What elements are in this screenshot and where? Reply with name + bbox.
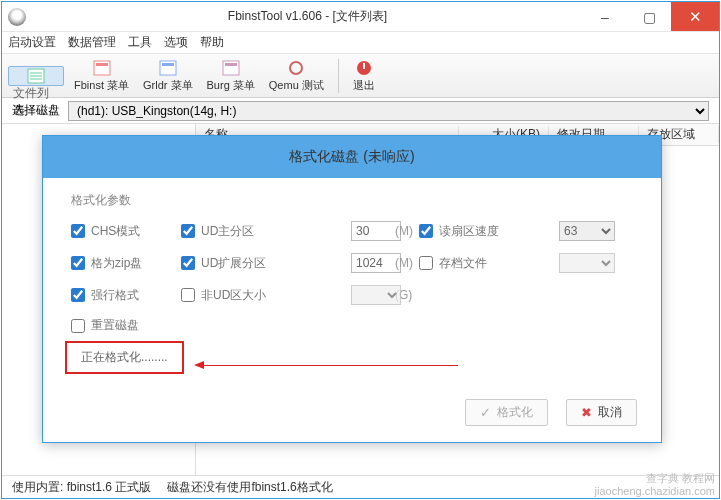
svg-rect-9	[225, 63, 237, 66]
cancel-icon: ✖	[581, 405, 592, 420]
force-checkbox[interactable]: 强行格式	[71, 287, 181, 304]
tool-fbinst-menu[interactable]: Fbinst 菜单	[70, 58, 133, 94]
tool-file-list[interactable]: 文件列表	[8, 66, 64, 86]
format-dialog: 格式化磁盘 (未响应) 格式化参数 CHS模式 UD主分区 (M) 读扇区速度 …	[42, 135, 662, 443]
ud-main-checkbox[interactable]: UD主分区	[181, 223, 351, 240]
read-speed-checkbox[interactable]: 读扇区速度	[419, 223, 559, 240]
read-speed-select[interactable]: 63	[559, 221, 615, 241]
annotation-arrow	[198, 365, 458, 366]
svg-point-10	[290, 62, 302, 74]
cancel-button[interactable]: ✖ 取消	[566, 399, 637, 426]
svg-rect-7	[162, 63, 174, 66]
tool-exit[interactable]: 退出	[349, 58, 379, 94]
nonud-select[interactable]	[351, 285, 401, 305]
svg-rect-5	[96, 63, 108, 66]
disk-select[interactable]: (hd1): USB_Kingston(14g, H:)	[68, 101, 709, 121]
dialog-title: 格式化磁盘 (未响应)	[43, 136, 661, 178]
menubar: 启动设置 数据管理 工具 选项 帮助	[2, 32, 719, 54]
window-title: FbinstTool v1.606 - [文件列表]	[32, 8, 583, 25]
archive-checkbox[interactable]: 存档文件	[419, 255, 559, 272]
check-icon: ✓	[480, 405, 491, 420]
menu-data-mgmt[interactable]: 数据管理	[68, 34, 116, 51]
watermark: 查字典 教程网 jiaocheng.chazidian.com	[595, 472, 715, 498]
ud-ext-input[interactable]	[351, 253, 401, 273]
tool-label: Grldr 菜单	[143, 78, 193, 93]
reset-checkbox[interactable]: 重置磁盘	[71, 317, 181, 334]
titlebar: FbinstTool v1.606 - [文件列表] – ▢ ✕	[2, 2, 719, 32]
tool-label: Burg 菜单	[207, 78, 255, 93]
toolbar-separator	[338, 59, 339, 93]
status-note: 磁盘还没有使用fbinst1.6格式化	[167, 479, 332, 496]
app-icon	[8, 8, 26, 26]
group-label: 格式化参数	[71, 192, 633, 209]
toolbar: 文件列表 Fbinst 菜单 Grldr 菜单 Burg 菜单 Qemu 测试 …	[2, 54, 719, 98]
format-button[interactable]: ✓ 格式化	[465, 399, 548, 426]
tool-label: 退出	[353, 78, 375, 93]
svg-rect-12	[363, 63, 365, 69]
menu-options[interactable]: 选项	[164, 34, 188, 51]
disk-label: 选择磁盘	[12, 102, 60, 119]
tool-label: Qemu 测试	[269, 78, 324, 93]
menu-icon	[158, 59, 178, 77]
ud-main-input[interactable]	[351, 221, 401, 241]
disk-selector-row: 选择磁盘 (hd1): USB_Kingston(14g, H:)	[2, 98, 719, 124]
unit-m: (M)	[395, 224, 419, 238]
qemu-icon	[286, 59, 306, 77]
menu-boot-settings[interactable]: 启动设置	[8, 34, 56, 51]
menu-tools[interactable]: 工具	[128, 34, 152, 51]
nonud-checkbox[interactable]: 非UD区大小	[181, 287, 351, 304]
menu-icon	[221, 59, 241, 77]
tool-label: Fbinst 菜单	[74, 78, 129, 93]
ud-ext-checkbox[interactable]: UD扩展分区	[181, 255, 351, 272]
format-status: 正在格式化........	[65, 341, 184, 374]
zip-checkbox[interactable]: 格为zip盘	[71, 255, 181, 272]
unit-m: (M)	[395, 256, 419, 270]
exit-icon	[354, 59, 374, 77]
tool-burg-menu[interactable]: Burg 菜单	[203, 58, 259, 94]
chs-checkbox[interactable]: CHS模式	[71, 223, 181, 240]
tool-qemu-test[interactable]: Qemu 测试	[265, 58, 328, 94]
maximize-button[interactable]: ▢	[627, 2, 671, 31]
archive-select[interactable]	[559, 253, 615, 273]
status-builtin: 使用内置: fbinst1.6 正式版	[12, 479, 151, 496]
menu-icon	[92, 59, 112, 77]
close-button[interactable]: ✕	[671, 2, 719, 31]
minimize-button[interactable]: –	[583, 2, 627, 31]
tool-grldr-menu[interactable]: Grldr 菜单	[139, 58, 197, 94]
file-list-icon	[26, 68, 46, 84]
menu-help[interactable]: 帮助	[200, 34, 224, 51]
